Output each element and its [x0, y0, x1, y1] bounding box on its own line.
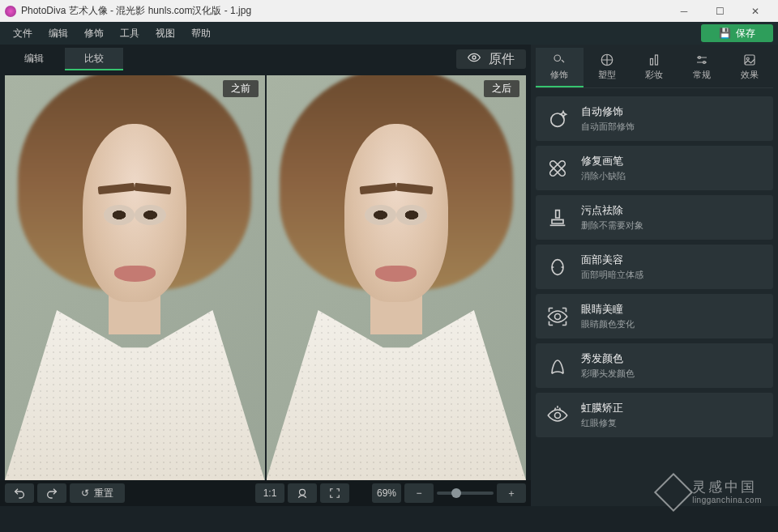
menu-help[interactable]: 帮助 [183, 27, 219, 40]
save-button[interactable]: 💾 保存 [701, 24, 773, 42]
before-label: 之前 [223, 80, 259, 97]
view-tabs: 编辑 比较 原件 [0, 45, 531, 70]
menu-retouch[interactable]: 修饰 [76, 27, 112, 40]
save-icon: 💾 [719, 28, 731, 39]
image-before: 之前 [5, 75, 265, 480]
tab-edit[interactable]: 编辑 [5, 48, 63, 70]
sparkle-face-icon [545, 107, 570, 131]
face-detect-button[interactable] [288, 483, 317, 503]
zoom-in-button[interactable]: ＋ [497, 483, 526, 503]
svg-point-14 [555, 313, 561, 319]
tab-makeup[interactable]: 彩妆 [631, 48, 678, 87]
menu-view[interactable]: 视图 [147, 27, 183, 40]
reset-label: 重置 [94, 487, 113, 500]
tool-face-beauty[interactable]: 面部美容面部明暗立体感 [536, 245, 773, 289]
zoom-1to1-button[interactable]: 1:1 [255, 483, 284, 503]
tool-list: 自动修饰自动面部修饰 修复画笔消除小缺陷 污点祛除删除不需要对象 面部美容面部明… [536, 96, 773, 437]
face-contour-icon [545, 255, 570, 279]
bandage-icon [545, 156, 570, 181]
reset-icon: ↺ [81, 487, 89, 499]
maximize-button[interactable]: ☐ [702, 0, 737, 22]
undo-button[interactable] [5, 483, 34, 503]
right-panel: 修饰 塑型 彩妆 常规 效果 自动修饰自动面部修饰 [531, 45, 778, 506]
tab-sculpt[interactable]: 塑型 [584, 48, 631, 87]
redo-button[interactable] [37, 483, 66, 503]
zoom-value[interactable]: 69% [372, 483, 401, 503]
eye-fix-icon [545, 403, 570, 428]
bottom-toolbar: ↺ 重置 1:1 69% − ＋ [0, 480, 531, 506]
svg-rect-12 [549, 160, 566, 177]
after-label: 之后 [484, 80, 519, 97]
svg-rect-4 [651, 59, 653, 66]
tool-auto-retouch[interactable]: 自动修饰自动面部修饰 [536, 96, 773, 141]
fit-screen-button[interactable] [320, 483, 349, 503]
tab-compare[interactable]: 比较 [65, 48, 123, 70]
tab-effects[interactable]: 效果 [725, 48, 773, 87]
svg-rect-5 [656, 55, 658, 65]
tool-spot-remove[interactable]: 污点祛除删除不需要对象 [536, 195, 773, 240]
show-original-button[interactable]: 原件 [456, 49, 526, 69]
image-after: 之后 [265, 75, 527, 480]
tab-retouch[interactable]: 修饰 [536, 48, 584, 87]
eye-target-icon [545, 304, 570, 329]
app-logo-icon [5, 6, 16, 17]
svg-rect-8 [745, 55, 754, 65]
save-label: 保存 [736, 27, 755, 40]
menu-edit[interactable]: 编辑 [41, 27, 76, 40]
close-button[interactable]: ✕ [737, 0, 773, 22]
tab-general[interactable]: 常规 [678, 48, 726, 87]
svg-rect-11 [549, 160, 566, 177]
minimize-button[interactable]: ─ [666, 0, 702, 22]
titlebar: PhotoDiva 艺术人像 - 混光影 hunls.com汉化版 - 1.jp… [0, 0, 778, 22]
zoom-slider[interactable] [437, 492, 494, 495]
canvas-compare[interactable]: 之前 之后 [5, 75, 526, 480]
tool-hair-color[interactable]: 秀发颜色彩哪头发颜色 [536, 343, 773, 388]
show-original-label: 原件 [489, 51, 515, 68]
tool-eye-color[interactable]: 眼睛美瞳眼睛颜色变化 [536, 294, 773, 338]
menu-file[interactable]: 文件 [5, 27, 41, 40]
eye-icon [468, 51, 481, 67]
zoom-out-button[interactable]: − [404, 483, 434, 503]
tool-category-tabs: 修饰 塑型 彩妆 常规 效果 [536, 48, 773, 88]
svg-point-15 [555, 412, 561, 418]
tool-iris-fix[interactable]: 虹膜矫正红眼修复 [536, 393, 773, 437]
reset-button[interactable]: ↺ 重置 [70, 483, 125, 503]
svg-point-9 [746, 57, 749, 60]
stamp-icon [545, 206, 570, 230]
window-title: PhotoDiva 艺术人像 - 混光影 hunls.com汉化版 - 1.jp… [21, 4, 666, 18]
svg-point-2 [554, 55, 561, 62]
menu-tools[interactable]: 工具 [112, 27, 147, 40]
hair-icon [545, 354, 570, 378]
svg-point-1 [299, 489, 305, 495]
svg-point-0 [472, 56, 476, 59]
menubar: 文件 编辑 修饰 工具 视图 帮助 💾 保存 [0, 22, 778, 45]
tool-healing-brush[interactable]: 修复画笔消除小缺陷 [536, 146, 773, 190]
